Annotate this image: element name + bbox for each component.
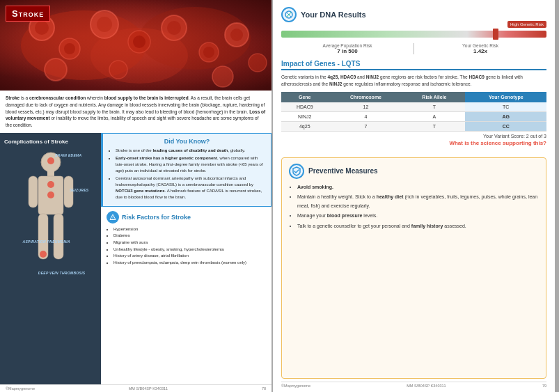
avg-pop-label: Average Population Risk [281,43,414,48]
preventive-item-2: Maintain a healthy weight. Stick to a he… [297,193,539,210]
right-footer-page: 79 [542,384,546,388]
risk-factors-title: ! Risk Factors for Stroke [107,211,266,224]
stroke-hero-image: Stroke [0,0,271,91]
svg-point-16 [97,17,112,32]
dyk-list: Stroke is one of the leading causes of d… [109,148,265,201]
did-you-know-section: Did You Know? Stroke is one of the leadi… [101,133,271,207]
dna-results-title: Your DNA Results [301,10,366,19]
chr-12: 12 [329,102,404,112]
right-footer-center: MM S/B04SP K340311 [407,384,446,388]
genotype-ag: AG [465,111,546,121]
col-header-gene: Gene [281,92,329,102]
complications-panel: Complications of Stroke [0,133,101,384]
variant-score: Your Variant Score: 2 out of 3 [281,134,546,139]
risk-item-1: Hypertension [113,226,266,233]
svg-point-13 [212,66,233,87]
risk-item-3: Migraine with aura [113,240,266,246]
risk-item-2: Diabetes [113,233,266,240]
svg-point-18 [167,21,181,35]
brain-edema-label: Brain Edema [55,153,82,157]
left-page: Stroke Stroke is a cerebrovascular condi… [0,0,271,392]
svg-point-15 [64,43,75,54]
avg-population-stat: Average Population Risk 7 in 500 [281,43,414,54]
preventive-title: Preventive Measures [308,167,378,175]
warning-icon: ! [109,214,116,221]
risk-factors-title-text: Risk Factors for Stroke [122,214,191,221]
science-link[interactable]: What is the science supporting this? [281,140,546,146]
shield-check-icon [292,166,301,176]
gene-ninj2: NINJ2 [281,111,329,121]
preventive-section: Preventive Measures Avoid smoking. Maint… [281,157,546,379]
allele-t-1: T [403,102,465,112]
dyk-item-3: Cerebral autosomal dominant arteriopathy… [116,175,265,201]
risk-bar-container: High Genetic Risk [281,28,546,40]
risk-marker [493,29,498,40]
right-footer-left: ©Mapmygenome [281,384,310,388]
risk-item-6: History of preeclampsia, eclampsia, deep… [113,260,266,267]
dyk-title: Did You Know? [109,138,265,145]
dna-results-header: Your DNA Results [281,7,546,22]
svg-point-31 [40,251,47,258]
genotype-cc: CC [465,121,546,131]
genetic-risk-label: Your Genetic Risk [414,43,546,48]
genotype-tc: TC [465,102,546,112]
svg-point-19 [203,47,214,58]
footer-page: 78 [262,386,266,391]
impact-section: Impact of Genes - LQTS Genetic variants … [281,60,546,152]
stroke-title: Stroke [12,8,44,19]
chr-4: 4 [329,111,404,121]
col-header-chromosome: Chromosome [329,92,404,102]
right-bottom-content: Did You Know? Stroke is one of the leadi… [101,133,271,384]
risk-bar-section: High Genetic Risk Average Population Ris… [281,28,546,54]
stroke-description: Stroke is a cerebrovascular condition wh… [0,91,271,133]
svg-point-10 [249,54,267,72]
seizures-label: Seizures [70,188,88,192]
gene-table: Gene Chromosome Risk Allele Your Genotyp… [281,92,546,132]
risk-gradient-bar: High Genetic Risk [281,31,546,38]
right-page-footer: ©Mapmygenome MM S/B04SP K340311 79 [281,382,546,389]
aspiration-label: Aspiration Pneumonia [23,240,70,244]
risk-icon: ! [107,211,119,224]
svg-point-29 [47,191,54,198]
svg-point-30 [47,181,54,188]
svg-point-28 [47,157,54,164]
footer-center: MM S/B04SP K340311 [129,386,168,391]
dna-icon [281,7,297,22]
svg-point-20 [230,29,243,41]
impact-desc: Genetic variants in the 4q25, HDAC9 and … [281,74,546,88]
impact-title: Impact of Genes - LQTS [281,60,546,70]
svg-point-12 [109,61,127,79]
avg-pop-value: 7 in 500 [281,48,414,54]
left-page-footer: ©Mapmygenome MM S/B04SP K340311 78 [0,384,271,392]
body-figure-svg [23,150,79,289]
svg-text:!: ! [112,216,113,219]
gene-4q25: 4q25 [281,121,329,131]
right-page: Your DNA Results High Genetic Risk Avera… [273,0,555,392]
dyk-item-1: Stroke is one of the leading causes of d… [116,148,265,154]
bottom-section: Complications of Stroke [0,133,271,384]
svg-rect-22 [47,171,54,176]
footer-left: ©Mapmygenome [6,386,35,391]
preventive-item-3: Manage your blood pressure levels. [297,212,539,221]
pages-container: Stroke Stroke is a cerebrovascular condi… [0,0,559,392]
dvt-label: Deep Vein Thrombosis [38,271,86,275]
preventive-list: Avoid smoking. Maintain a healthy weight… [289,183,539,231]
risk-item-4: Unhealthy lifestyle - obesity, smoking, … [113,246,266,253]
risk-list: Hypertension Diabetes Migraine with aura… [107,226,266,267]
allele-a: A [403,111,465,121]
preventive-item-1: Avoid smoking. [297,183,539,192]
svg-rect-27 [54,214,63,259]
genetic-risk-value: 1.42x [414,48,546,54]
allele-t-2: T [403,121,465,131]
table-row: 4q25 7 T CC [281,121,546,131]
preventive-header: Preventive Measures [289,164,539,179]
complications-title: Complications of Stroke [4,139,97,146]
stroke-desc-text: Stroke is a cerebrovascular condition wh… [6,95,265,127]
col-header-genotype: Your Genotype [465,92,546,102]
body-figure: Brain Edema Seizures Aspiration Pneumoni… [23,150,79,289]
gene-hdac9: HDAC9 [281,102,329,112]
risk-factors-section: ! Risk Factors for Stroke Hypertension D… [101,207,271,384]
svg-point-17 [133,36,145,48]
high-genetic-risk-label: High Genetic Risk [507,21,546,28]
svg-point-11 [45,58,67,81]
